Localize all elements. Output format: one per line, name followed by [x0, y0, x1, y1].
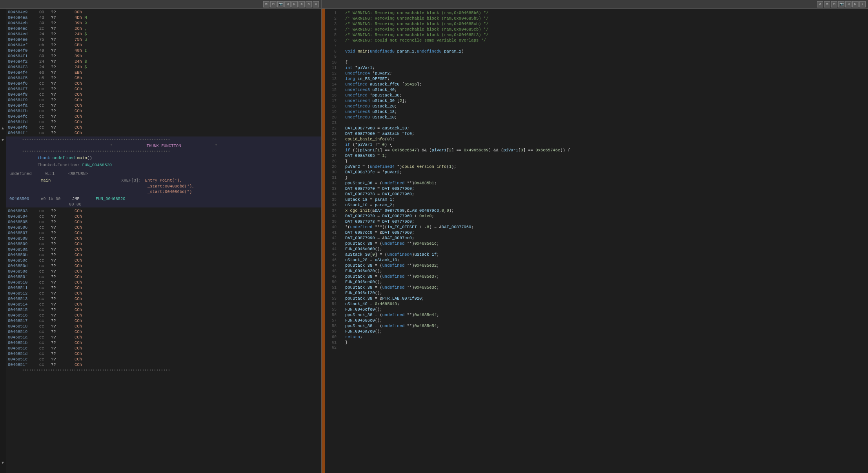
asm-line: 004684eb 39 ?? 39h 9: [6, 20, 321, 26]
asm-line: 00468516 cc ?? CCh: [6, 313, 321, 318]
asm-line: 00468518 cc ?? CCh: [6, 324, 321, 329]
code-line: 49 ppuStack_38 = (undefined **)0x4685e37…: [325, 274, 868, 279]
code-line: 60 return;: [325, 334, 868, 340]
code-line: 58 ppuStack_38 = (undefined **)0x4685e54…: [325, 323, 868, 329]
code-line: 50 FUN_0046ce00();: [325, 279, 868, 285]
left-icon-nav[interactable]: ◁: [284, 1, 291, 7]
right-panel-icons: ↺ ⊞ ⊟ 📷 ◁ ▷ ✕: [817, 1, 866, 7]
asm-line: 004684ed 24 ?? 24h $: [6, 31, 321, 37]
code-line: 4 /* WARNING: Removing unreachable block…: [325, 27, 868, 32]
code-line: 55 FUN_0046cfe0();: [325, 307, 868, 312]
right-icon-close[interactable]: ✕: [859, 1, 866, 7]
asm-line: 00468510 cc ?? CCh: [6, 280, 321, 285]
left-icon-nav3[interactable]: ⊕: [298, 1, 305, 7]
left-icon-camera[interactable]: 📷: [277, 1, 284, 7]
thunk-label-line: undefined AL:1 <RETURN>: [6, 171, 321, 177]
code-line: 35 uStack_18 = param_1;: [325, 197, 868, 202]
right-panel-titlebar: ↺ ⊞ ⊟ 📷 ◁ ▷ ✕: [322, 0, 868, 9]
thunk-block: ••••••••••••••••••••••••••••••••••••••••…: [6, 136, 321, 207]
right-icon-camera[interactable]: 📷: [838, 1, 844, 7]
asm-line: 004684f2 24 ?? 24h $: [6, 59, 321, 64]
asm-line: 0046851c cc ?? CCh: [6, 346, 321, 351]
asm-line: 00468509 cc ?? CCh: [6, 241, 321, 247]
right-icon-3[interactable]: ⊟: [831, 1, 837, 7]
asm-line: 0046850c cc ?? CCh: [6, 258, 321, 263]
asm-line: 004684fa cc ?? CCh: [6, 103, 321, 108]
bottom-separator: ••••••••••••••••••••••••••••••••••••••••…: [6, 367, 321, 373]
code-line: 53 ppuStack_38 = &PTR_LAB_0071f920;: [325, 296, 868, 301]
asm-line: 00468506 cc ?? CCh: [6, 225, 321, 230]
xref-line2: _start:004086bd(*),: [6, 184, 321, 189]
asm-line: 004684fb cc ?? CCh: [6, 108, 321, 114]
code-line: 15 undefined8 uStack_40;: [325, 87, 868, 93]
right-icon-nav[interactable]: ◁: [845, 1, 852, 7]
code-line: 8 void main(undefined8 param_1,undefined…: [325, 49, 868, 54]
code-line: 9: [325, 54, 868, 60]
left-panel-titlebar: ⊞ ⊟ 📷 ◁ ▷ ⊕ ⊙ ✕: [0, 0, 321, 9]
right-icon-refresh[interactable]: ↺: [817, 1, 823, 7]
thunk-title: * THUNK FUNCTION *: [6, 143, 321, 149]
code-line: 38 DAT_00877970 = DAT_00877960 + 0x1e0;: [325, 213, 868, 219]
asm-line: 0046851f cc ?? CCh: [6, 362, 321, 367]
code-line: 10 {: [325, 60, 868, 65]
asm-line: 0046850f cc ?? CCh: [6, 274, 321, 280]
asm-line: 004684ff cc ?? CCh: [6, 130, 321, 136]
left-icon-2[interactable]: ⊟: [270, 1, 277, 7]
code-line: 37 x_cgo_init(&DAT_00877960,&LAB_004679c…: [325, 208, 868, 213]
left-icon-close[interactable]: ✕: [313, 1, 319, 7]
asm-line: 004684ee 75 ?? 75h u: [6, 37, 321, 42]
code-line: 12 undefined4 *puVar2;: [325, 71, 868, 76]
code-line: 19 undefined8 uStack_18;: [325, 109, 868, 115]
thunk-thunked-line: Thunked-Function: FUN_00468520: [6, 162, 321, 169]
code-line: 62: [325, 345, 868, 351]
arrow-down: ▼: [2, 138, 4, 142]
code-line: 11 int *piVar1;: [325, 65, 868, 71]
asm-line: 00468519 cc ?? CCh: [6, 329, 321, 335]
code-line: 14 undefined auStack_ffc0 [65416];: [325, 82, 868, 87]
asm-line: 00468513 cc ?? CCh: [6, 296, 321, 302]
right-icon-2[interactable]: ⊞: [824, 1, 830, 7]
asm-line: 0046851e cc ?? CCh: [6, 357, 321, 362]
asm-line: 004684ea 4d ?? 4Dh M: [6, 15, 321, 20]
code-line: 45 auStack_30[0] = (undefined4)uStack_1f…: [325, 252, 868, 257]
code-line: 39 DAT_00877978 = DAT_007779c0;: [325, 219, 868, 224]
asm-line: 004684ec 2c ?? 2Ch ,: [6, 26, 321, 31]
code-line: 57 FUN_004686c0();: [325, 318, 868, 323]
code-line: 52 FUN_0046cf20();: [325, 290, 868, 296]
code-line: 6 /* WARNING: Could not reconcile some v…: [325, 38, 868, 43]
decompile-content[interactable]: 1 /* WARNING: Removing unreachable block…: [325, 9, 868, 473]
code-line: 43 ppuStack_38 = (undefined **)0x4685e1c…: [325, 241, 868, 246]
asm-lines-top: 004684e9 00 ?? 00h 004684ea 4d ?? 4Dh M …: [6, 9, 321, 136]
listing-content[interactable]: 004684e9 00 ?? 00h 004684ea 4d ?? 4Dh M …: [6, 9, 321, 473]
code-line: 48 FUN_0046d020();: [325, 268, 868, 274]
code-line: 46 uStack_28 = uStack_10;: [325, 257, 868, 263]
code-line: 17 undefined4 uStack_30 [2];: [325, 98, 868, 104]
code-line: 16 undefined *ppuStack_38;: [325, 93, 868, 98]
left-icon-1[interactable]: ⊞: [263, 1, 269, 7]
code-line: 47 ppuStack_38 = (undefined **)0x4685e32…: [325, 263, 868, 268]
left-icon-nav4[interactable]: ⊙: [306, 1, 312, 7]
code-line: 29 puVar2 = (undefined4 *)cpuid_Version_…: [325, 164, 868, 169]
code-line: 30 DAT_008a73fc = *puVar2;: [325, 169, 868, 175]
right-panel: ↺ ⊞ ⊟ 📷 ◁ ▷ ✕ 1 /* WARNING: Removing unr…: [322, 0, 868, 473]
warning-gutter: [322, 9, 325, 473]
thunk-main-line: main XREF[3]: Entry Point(*),: [6, 178, 321, 184]
asm-line: 00468503 cc ?? CCh: [6, 208, 321, 214]
asm-line: 00468511 cc ?? CCh: [6, 285, 321, 291]
code-line: 42 DAT_00877990 = &DAT_0087cc0;: [325, 235, 868, 241]
asm-line: 00468514 cc ?? CCh: [6, 302, 321, 307]
asm-line: 004684f8 cc ?? CCh: [6, 92, 321, 97]
code-line: 32 ppuStack_38 = (undefined **)0x4685b1;: [325, 180, 868, 186]
code-line: 13 long in_FS_OFFSET;: [325, 76, 868, 82]
asm-line: 004684f7 cc ?? CCh: [6, 86, 321, 92]
left-panel-icons: ⊞ ⊟ 📷 ◁ ▷ ⊕ ⊙ ✕: [263, 1, 319, 7]
left-icon-nav2[interactable]: ▷: [291, 1, 298, 7]
right-icon-nav2[interactable]: ▷: [852, 1, 859, 7]
code-line: 27 DAT_008a7395 = 1;: [325, 153, 868, 158]
code-line: 59 FUN_0046a7e0();: [325, 329, 868, 334]
code-line: 3 /* WARNING: Removing unreachable block…: [325, 21, 868, 27]
asm-line: 00468505 cc ?? CCh: [6, 219, 321, 225]
asm-line: 004684f5 c5 ?? C5h: [6, 75, 321, 81]
thunk-sep-top: ••••••••••••••••••••••••••••••••••••••••…: [6, 137, 321, 143]
code-line: 61 }: [325, 340, 868, 345]
